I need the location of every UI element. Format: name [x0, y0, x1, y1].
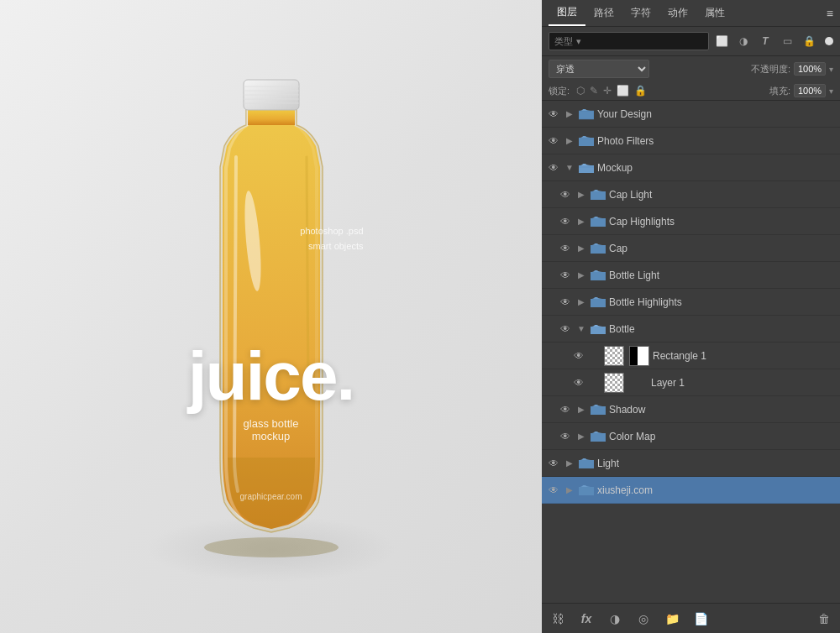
layer-row-color-map[interactable]: 👁 ▶ Color Map — [542, 423, 840, 450]
fill-row: 填充: 100% ▾ — [769, 84, 833, 97]
fx-button[interactable]: fx — [577, 609, 596, 628]
layer-row-light[interactable]: 👁 ▶ Light — [542, 450, 840, 477]
folder-icon-bottle-highlights — [591, 296, 606, 308]
visibility-shadow[interactable]: 👁 — [559, 403, 572, 416]
lock-move-icon[interactable]: ✛ — [603, 85, 612, 97]
layer-name-bottle: Bottle — [609, 323, 835, 335]
layer-row-your-design[interactable]: 👁 ▶ Your Design — [542, 101, 840, 128]
visibility-photo-filters[interactable]: 👁 — [547, 134, 560, 148]
expand-photo-filters[interactable]: ▶ — [564, 135, 575, 147]
folder-icon-xiusheji — [579, 484, 594, 496]
layer-name-color-map: Color Map — [609, 431, 835, 442]
folder-icon-cap — [591, 243, 606, 254]
opacity-chevron: ▾ — [829, 65, 833, 74]
tab-layers[interactable]: 图层 — [549, 0, 585, 26]
folder-icon-cap-highlights — [591, 216, 606, 228]
layer-name-light: Light — [597, 458, 835, 469]
lock-artboard-icon[interactable]: ⬜ — [617, 85, 629, 97]
tab-paths[interactable]: 路径 — [585, 1, 622, 25]
visibility-mockup[interactable]: 👁 — [547, 161, 560, 175]
expand-cap-highlights[interactable]: ▶ — [575, 216, 587, 228]
expand-bottle-highlights[interactable]: ▶ — [575, 296, 587, 308]
folder-icon-bottle-light — [591, 269, 606, 281]
visibility-bottle-light[interactable]: 👁 — [559, 269, 572, 282]
expand-color-map[interactable]: ▶ — [575, 431, 587, 442]
lock-transparency-icon[interactable]: ⬡ — [576, 85, 585, 97]
visibility-light[interactable]: 👁 — [547, 457, 560, 470]
layer-row-shadow[interactable]: 👁 ▶ Shadow — [542, 396, 840, 423]
expand-light[interactable]: ▶ — [564, 458, 575, 469]
layer-name-shadow: Shadow — [609, 404, 835, 416]
layer-name-layer1: Layer 1 — [651, 377, 835, 389]
thumb-rectangle1 — [604, 346, 624, 366]
adjustment-icon[interactable]: ◎ — [634, 609, 653, 628]
blend-mode-select[interactable]: 穿透 — [549, 60, 649, 78]
layer-type-search[interactable]: 类型 ▾ — [549, 32, 709, 50]
visibility-cap[interactable]: 👁 — [559, 242, 572, 255]
visibility-cap-light[interactable]: 👁 — [559, 188, 572, 201]
layer-name-your-design: Your Design — [597, 108, 835, 120]
opacity-value[interactable]: 100% — [794, 62, 826, 76]
expand-bottle-light[interactable]: ▶ — [575, 269, 587, 281]
fill-chevron: ▾ — [829, 86, 833, 96]
visibility-color-map[interactable]: 👁 — [559, 430, 572, 443]
layer-row-cap-highlights[interactable]: 👁 ▶ Cap Highlights — [542, 208, 840, 235]
folder-icon-cap-light — [591, 189, 606, 201]
tab-properties[interactable]: 属性 — [696, 1, 733, 25]
visibility-xiusheji[interactable]: 👁 — [547, 484, 560, 497]
lock-paint-icon[interactable]: ✎ — [590, 85, 598, 97]
expand-shadow[interactable]: ▶ — [575, 404, 587, 416]
layer-filter-text[interactable]: T — [756, 32, 774, 50]
layer-row-mockup[interactable]: 👁 ▼ Mockup — [542, 154, 840, 181]
visibility-rectangle1[interactable]: 👁 — [572, 349, 585, 363]
expand-your-design[interactable]: ▶ — [564, 108, 575, 120]
layer-name-cap-light: Cap Light — [609, 189, 835, 201]
layer-row-xiusheji[interactable]: 👁 ▶ xiusheji.com — [542, 477, 840, 504]
expand-xiusheji[interactable]: ▶ — [564, 484, 575, 496]
layer-filter-image[interactable]: ⬜ — [712, 32, 731, 50]
mask-rectangle1 — [629, 346, 649, 366]
lock-label: 锁定: — [549, 85, 570, 97]
layer-row-bottle-light[interactable]: 👁 ▶ Bottle Light — [542, 262, 840, 289]
fill-value[interactable]: 100% — [794, 84, 826, 97]
layer-filter-shape[interactable]: ▭ — [778, 32, 796, 50]
layer-filter-circle[interactable]: ◑ — [734, 32, 753, 50]
layer-row-layer1[interactable]: 👁 Layer 1 — [542, 369, 840, 396]
new-group-icon[interactable]: 📁 — [663, 609, 681, 628]
visibility-layer1[interactable]: 👁 — [572, 376, 585, 390]
folder-icon-mockup — [579, 162, 594, 174]
layer-search-bar: 类型 ▾ ⬜ ◑ T ▭ 🔒 — [542, 27, 840, 56]
layer-filter-dot — [825, 37, 833, 45]
delete-layer-icon[interactable]: 🗑 — [815, 609, 833, 628]
svg-rect-1 — [248, 110, 295, 125]
tab-actions[interactable]: 动作 — [659, 1, 696, 25]
layer-name-bottle-light: Bottle Light — [609, 269, 835, 281]
layer-row-photo-filters[interactable]: 👁 ▶ Photo Filters — [542, 128, 840, 154]
visibility-bottle[interactable]: 👁 — [559, 322, 572, 336]
visibility-your-design[interactable]: 👁 — [547, 107, 560, 121]
layer-row-cap[interactable]: 👁 ▶ Cap — [542, 235, 840, 262]
panel-tabs: 图层 路径 字符 动作 属性 ≡ — [542, 0, 840, 27]
visibility-cap-highlights[interactable]: 👁 — [559, 215, 572, 228]
new-layer-icon[interactable]: 📄 — [691, 609, 710, 628]
layer-row-cap-light[interactable]: 👁 ▶ Cap Light — [542, 181, 840, 208]
svg-point-0 — [204, 537, 339, 557]
layer-filter-lock[interactable]: 🔒 — [800, 32, 818, 50]
expand-cap-light[interactable]: ▶ — [575, 189, 587, 201]
expand-mockup[interactable]: ▼ — [564, 162, 575, 174]
layer-name-rectangle1: Rectangle 1 — [653, 350, 835, 362]
expand-rectangle1 — [589, 350, 601, 362]
layer-name-bottle-highlights: Bottle Highlights — [609, 296, 835, 308]
layer-row-bottle-highlights[interactable]: 👁 ▶ Bottle Highlights — [542, 289, 840, 316]
panel-menu-icon[interactable]: ≡ — [827, 7, 833, 20]
blend-mode-row: 穿透 不透明度: 100% ▾ — [542, 56, 840, 81]
lock-all-icon[interactable]: 🔒 — [634, 85, 647, 97]
visibility-bottle-highlights[interactable]: 👁 — [559, 296, 572, 309]
layer-row-rectangle1[interactable]: 👁 Rectangle 1 — [542, 343, 840, 369]
layer-row-bottle[interactable]: 👁 ▼ Bottle — [542, 316, 840, 343]
expand-cap[interactable]: ▶ — [575, 243, 587, 254]
tab-character[interactable]: 字符 — [622, 1, 659, 25]
expand-bottle[interactable]: ▼ — [575, 323, 587, 335]
link-icon[interactable]: ⛓ — [549, 609, 567, 628]
add-mask-icon[interactable]: ◑ — [606, 609, 624, 628]
